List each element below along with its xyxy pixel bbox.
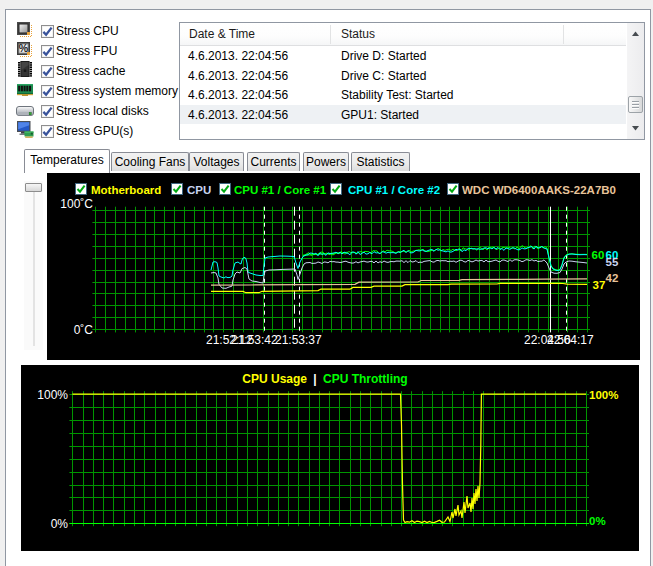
svg-text:0%: 0% — [589, 515, 606, 527]
svg-text:CPU Throttling: CPU Throttling — [323, 372, 408, 386]
svg-text:0%: 0% — [51, 517, 69, 531]
svg-text:100˚C: 100˚C — [60, 197, 93, 211]
svg-text:CPU #1 / Core #2: CPU #1 / Core #2 — [348, 184, 440, 196]
svg-text:21:53:37: 21:53:37 — [275, 333, 322, 347]
svg-text:55: 55 — [606, 256, 619, 268]
svg-text:42: 42 — [606, 272, 619, 284]
svg-text:WDC WD6400AAKS-22A7B0: WDC WD6400AAKS-22A7B0 — [462, 184, 616, 196]
svg-text:100%: 100% — [37, 388, 68, 402]
svg-text:21:53:42: 21:53:42 — [231, 333, 278, 347]
svg-text:22:04:17: 22:04:17 — [547, 333, 594, 347]
svg-text:37: 37 — [593, 279, 606, 291]
svg-text:|: | — [313, 372, 316, 386]
svg-text:CPU: CPU — [187, 184, 211, 196]
svg-text:100%: 100% — [589, 389, 618, 401]
svg-text:Motherboard: Motherboard — [91, 184, 161, 196]
svg-text:CPU #1 / Core #1: CPU #1 / Core #1 — [234, 184, 327, 196]
svg-text:60: 60 — [592, 249, 605, 261]
svg-text:0˚C: 0˚C — [74, 323, 94, 337]
svg-text:CPU Usage: CPU Usage — [242, 372, 307, 386]
